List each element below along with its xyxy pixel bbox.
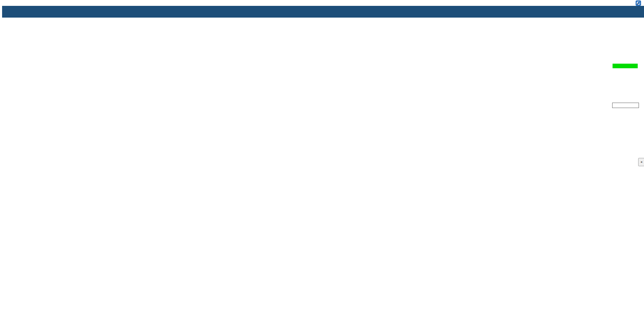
- level-2800-tag: [612, 103, 639, 108]
- chart-canvas[interactable]: [0, 0, 644, 330]
- panel-collapse-button[interactable]: ◂: [638, 158, 644, 166]
- optuma-window: ◂: [0, 0, 644, 330]
- current-price-tag: [613, 64, 638, 68]
